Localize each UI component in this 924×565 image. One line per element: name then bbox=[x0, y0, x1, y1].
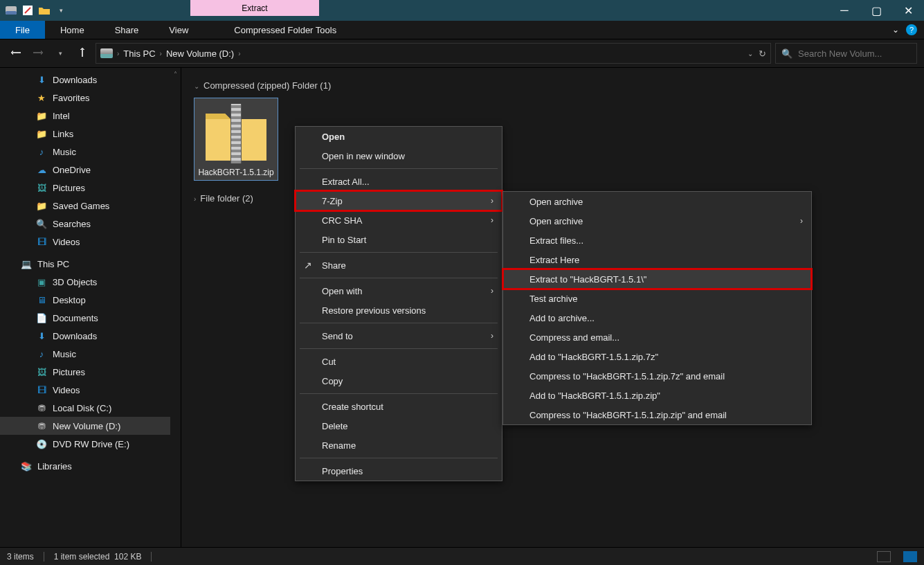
zip-folder-icon bbox=[203, 104, 269, 163]
sidebar-item-label: DVD RW Drive (E:) bbox=[53, 439, 129, 449]
sidebar-item-label: Downloads bbox=[53, 331, 97, 341]
close-button[interactable]: ✕ bbox=[892, 0, 924, 21]
menu-item-open-archive[interactable]: Open archive bbox=[503, 192, 811, 211]
properties-icon[interactable] bbox=[22, 5, 33, 16]
window-controls: ─ ▢ ✕ bbox=[828, 0, 924, 21]
menu-item-compress-to-hackbgrt-1-5-1-zip-7z-and-email[interactable]: Compress to "HackBGRT-1.5.1.zip.7z" and … bbox=[503, 366, 811, 386]
details-view-toggle[interactable] bbox=[877, 551, 891, 562]
maximize-button[interactable]: ▢ bbox=[860, 0, 892, 21]
sidebar-item-documents[interactable]: 📄Documents bbox=[0, 309, 181, 327]
menu-item-extract-files[interactable]: Extract files... bbox=[503, 231, 811, 250]
chevron-right-icon[interactable]: › bbox=[238, 50, 240, 57]
file-tab[interactable]: File bbox=[0, 21, 45, 39]
sidebar-item-label: Intel bbox=[53, 111, 70, 121]
tab-view[interactable]: View bbox=[154, 21, 203, 39]
help-icon[interactable]: ? bbox=[906, 24, 917, 35]
menu-item-compress-to-hackbgrt-1-5-1-zip-zip-and-email[interactable]: Compress to "HackBGRT-1.5.1.zip.zip" and… bbox=[503, 405, 811, 424]
menu-item-restore-previous-versions[interactable]: Restore previous versions bbox=[296, 301, 502, 320]
scrollbar[interactable]: ˄ bbox=[170, 68, 181, 547]
sidebar-item-intel[interactable]: 📁Intel bbox=[0, 107, 181, 125]
sidebar-item-this-pc[interactable]: 💻This PC bbox=[0, 255, 181, 273]
sidebar-item-onedrive[interactable]: ☁OneDrive bbox=[0, 161, 181, 179]
chevron-right-icon[interactable]: › bbox=[117, 50, 119, 57]
address-bar[interactable]: › This PC › New Volume (D:) › ⌄ ↻ bbox=[96, 43, 771, 64]
menu-item-properties[interactable]: Properties bbox=[296, 461, 502, 481]
chevron-right-icon[interactable]: › bbox=[160, 50, 162, 57]
menu-item-extract-here[interactable]: Extract Here bbox=[503, 250, 811, 269]
large-icons-view-toggle[interactable] bbox=[903, 551, 917, 562]
address-dropdown-icon[interactable]: ⌄ bbox=[748, 50, 753, 57]
sidebar-item-saved-games[interactable]: 📁Saved Games bbox=[0, 197, 181, 215]
sidebar-item-new-volume-d-[interactable]: ⛃New Volume (D:) bbox=[0, 417, 181, 435]
expand-ribbon-icon[interactable]: ⌄ bbox=[892, 25, 899, 35]
search-box[interactable]: 🔍 Search New Volum... bbox=[775, 43, 917, 64]
sidebar-item-libraries[interactable]: 📚Libraries bbox=[0, 457, 181, 475]
qat-dropdown-icon[interactable]: ▾ bbox=[55, 5, 66, 16]
forward-button[interactable]: 🠖 bbox=[29, 44, 47, 62]
sidebar-item-label: Favorites bbox=[53, 93, 89, 103]
sidebar-item-desktop[interactable]: 🖥Desktop bbox=[0, 291, 181, 309]
menu-item-add-to-archive[interactable]: Add to archive... bbox=[503, 308, 811, 328]
sidebar-item-pictures[interactable]: 🖼Pictures bbox=[0, 179, 181, 197]
recent-dropdown-icon[interactable]: ▾ bbox=[51, 44, 69, 62]
sidebar-item-3d-objects[interactable]: ▣3D Objects bbox=[0, 273, 181, 291]
links-icon: 📁 bbox=[36, 128, 47, 139]
new-folder-icon[interactable] bbox=[39, 5, 50, 16]
group-header-zip[interactable]: ⌄Compressed (zipped) Folder (1) bbox=[194, 80, 912, 91]
sidebar-item-label: New Volume (D:) bbox=[53, 421, 120, 431]
sidebar-item-music[interactable]: ♪Music bbox=[0, 143, 181, 161]
sidebar-item-links[interactable]: 📁Links bbox=[0, 125, 181, 143]
menu-item-extract-to-hackbgrt-1-5-1[interactable]: Extract to "HackBGRT-1.5.1\" bbox=[503, 269, 811, 289]
menu-item-open-in-new-window[interactable]: Open in new window bbox=[296, 146, 502, 165]
navigation-pane[interactable]: ⬇Downloads★Favorites📁Intel📁Links♪Music☁O… bbox=[0, 68, 181, 547]
sidebar-item-local-disk-c-[interactable]: ⛃Local Disk (C:) bbox=[0, 399, 181, 417]
refresh-icon[interactable]: ↻ bbox=[759, 48, 766, 59]
menu-item-pin-to-start[interactable]: Pin to Start bbox=[296, 230, 502, 249]
menu-item-rename[interactable]: Rename bbox=[296, 436, 502, 455]
menu-item-label: Add to "HackBGRT-1.5.1.zip.7z" bbox=[529, 352, 658, 362]
menu-item-share[interactable]: ↗Share bbox=[296, 255, 502, 275]
menu-item-send-to[interactable]: Send to› bbox=[296, 326, 502, 346]
menu-item-cut[interactable]: Cut bbox=[296, 352, 502, 371]
menu-item-copy[interactable]: Copy bbox=[296, 371, 502, 391]
menu-item-compress-and-email[interactable]: Compress and email... bbox=[503, 328, 811, 347]
video-icon: 🎞 bbox=[36, 236, 47, 247]
menu-item-crc-sha[interactable]: CRC SHA› bbox=[296, 210, 502, 230]
tab-home[interactable]: Home bbox=[45, 21, 100, 39]
menu-item-extract-all[interactable]: Extract All... bbox=[296, 172, 502, 191]
up-button[interactable]: 🠕 bbox=[73, 44, 91, 62]
tab-compressed-tools[interactable]: Compressed Folder Tools bbox=[219, 21, 352, 39]
menu-item-delete[interactable]: Delete bbox=[296, 416, 502, 436]
menu-item-open-with[interactable]: Open with› bbox=[296, 281, 502, 301]
sidebar-item-label: Documents bbox=[53, 313, 98, 323]
sidebar-item-searches[interactable]: 🔍Searches bbox=[0, 215, 181, 233]
sidebar-item-videos[interactable]: 🎞Videos bbox=[0, 233, 181, 251]
drive-icon bbox=[6, 5, 17, 16]
sidebar-item-dvd-rw-drive-e-[interactable]: 💿DVD RW Drive (E:) bbox=[0, 435, 181, 453]
contextual-tab-header: Extract bbox=[190, 0, 319, 16]
menu-item-open[interactable]: Open bbox=[296, 127, 502, 146]
menu-item-create-shortcut[interactable]: Create shortcut bbox=[296, 397, 502, 416]
menu-item-add-to-hackbgrt-1-5-1-zip-7z[interactable]: Add to "HackBGRT-1.5.1.zip.7z" bbox=[503, 347, 811, 366]
sidebar-item-music[interactable]: ♪Music bbox=[0, 345, 181, 363]
sidebar-item-pictures[interactable]: 🖼Pictures bbox=[0, 363, 181, 381]
menu-item-label: Create shortcut bbox=[322, 402, 383, 412]
minimize-button[interactable]: ─ bbox=[828, 0, 860, 21]
save-icon: 📁 bbox=[36, 200, 47, 211]
breadcrumb-root[interactable]: This PC bbox=[123, 48, 155, 59]
sidebar-item-videos[interactable]: 🎞Videos bbox=[0, 381, 181, 399]
sidebar-item-label: Downloads bbox=[53, 75, 97, 85]
sidebar-item-downloads[interactable]: ⬇Downloads bbox=[0, 71, 181, 89]
breadcrumb-location[interactable]: New Volume (D:) bbox=[166, 48, 234, 59]
back-button[interactable]: 🠔 bbox=[7, 44, 25, 62]
status-bar: 3 items 1 item selected 102 KB bbox=[0, 547, 924, 565]
sidebar-item-label: Videos bbox=[53, 237, 80, 247]
sidebar-item-favorites[interactable]: ★Favorites bbox=[0, 89, 181, 107]
menu-item-7-zip[interactable]: 7-Zip› bbox=[296, 191, 502, 210]
menu-item-test-archive[interactable]: Test archive bbox=[503, 289, 811, 308]
menu-item-add-to-hackbgrt-1-5-1-zip-zip[interactable]: Add to "HackBGRT-1.5.1.zip.zip" bbox=[503, 386, 811, 405]
sidebar-item-downloads[interactable]: ⬇Downloads bbox=[0, 327, 181, 345]
menu-item-open-archive[interactable]: Open archive› bbox=[503, 211, 811, 231]
file-item-zip[interactable]: HackBGRT-1.5.1.zip bbox=[194, 98, 278, 181]
tab-share[interactable]: Share bbox=[100, 21, 154, 39]
